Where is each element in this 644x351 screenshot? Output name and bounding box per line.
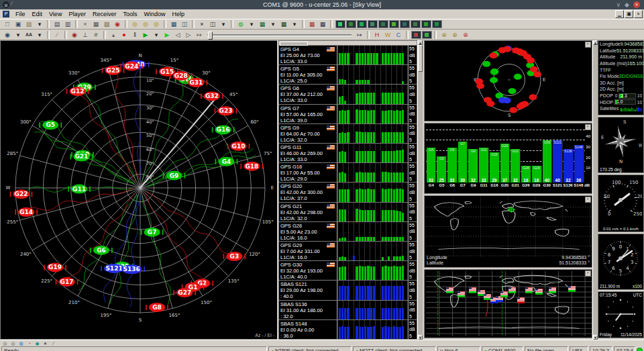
receiver-config-button[interactable]: # xyxy=(91,31,101,39)
cold-start-button[interactable]: C xyxy=(394,31,404,39)
antenna-button[interactable]: ⊥ xyxy=(80,31,91,39)
satellite-cnr: L1C/A: 25.0 xyxy=(280,78,337,84)
view-toggle-8[interactable] xyxy=(411,20,421,28)
fast-forward-button[interactable]: ▶ xyxy=(162,31,172,39)
chevron-down-icon[interactable]: ∨ xyxy=(616,2,621,8)
scroll-up-icon[interactable]: ▲ xyxy=(418,40,423,45)
paste-button[interactable]: ▧ xyxy=(102,20,112,28)
firmware-update-button[interactable]: ◉ xyxy=(70,31,80,39)
eject-button[interactable]: ▴ xyxy=(109,31,119,39)
menu-player[interactable]: Player xyxy=(65,11,89,17)
messages-view-dropdown[interactable]: ◉ xyxy=(3,31,13,39)
copy-button[interactable]: ▦ xyxy=(91,20,101,28)
grid-tool-button-2[interactable] xyxy=(422,31,432,39)
view-toggle-7[interactable] xyxy=(400,20,410,28)
find-prev-button[interactable]: ◎ xyxy=(152,20,162,28)
mdi-child-icon[interactable]: P xyxy=(3,11,9,17)
text-console-dropdown[interactable]: AA xyxy=(24,31,34,39)
hot-start-button[interactable]: H xyxy=(372,31,382,39)
map-view-button[interactable]: ▦ xyxy=(258,20,268,28)
menu-view[interactable]: View xyxy=(46,11,65,17)
text-dropdown-arrow[interactable]: ▾ xyxy=(35,31,45,39)
deviation-map-button[interactable]: ▦ xyxy=(307,20,317,28)
mdi-restore-button[interactable]: ▣ xyxy=(625,10,633,18)
sky-view-button[interactable]: ◍ xyxy=(236,20,246,28)
dock-world-button[interactable]: ◍ xyxy=(17,341,25,346)
find-button[interactable]: ◎ xyxy=(130,20,140,28)
pause-button[interactable]: ‖ xyxy=(130,31,140,39)
menu-file[interactable]: File xyxy=(12,11,29,17)
menu-tools[interactable]: Tools xyxy=(119,11,140,17)
dock-anchor-button[interactable]: ∗ xyxy=(42,341,49,346)
print-button[interactable]: ▤ xyxy=(52,20,62,28)
dock-clock-button[interactable]: ◔ xyxy=(25,341,33,346)
jump-end-button[interactable]: ↦ xyxy=(355,31,365,39)
mdi-minimize-button[interactable]: ▁ xyxy=(615,10,624,18)
record-button[interactable]: ● xyxy=(119,31,129,39)
panel-button-icon[interactable]: ▪ xyxy=(585,124,591,130)
satellite-list-vscrollbar[interactable]: ▲ ▼ xyxy=(417,40,423,340)
play-button[interactable]: ▶ xyxy=(141,31,151,39)
view-toggle-2[interactable] xyxy=(346,20,356,28)
package-button-3[interactable]: ⊕ xyxy=(461,31,471,39)
table-view-button[interactable]: ▦ xyxy=(169,20,179,28)
grid-tool-button-1[interactable] xyxy=(411,31,421,39)
map-view-dropdown[interactable]: ▾ xyxy=(268,20,278,28)
view-toggle-10[interactable] xyxy=(432,20,442,28)
split-view-button[interactable]: ◫ xyxy=(180,20,190,28)
skip-forward-button[interactable]: ↦ xyxy=(195,31,205,39)
open-button[interactable]: ▨ xyxy=(24,20,34,28)
satellite-row-G20: GPS G20El 42.00 Az 300.00L1C/A: 37.055dB… xyxy=(279,182,417,201)
panel-button-icon[interactable]: ▪ xyxy=(585,270,591,277)
menu-receiver[interactable]: Receiver xyxy=(89,11,120,17)
new-view-button[interactable]: ◫ xyxy=(208,20,218,28)
package-button-1[interactable]: ⊕ xyxy=(439,31,449,39)
dock-toggle-2[interactable]: ◎ xyxy=(9,341,17,346)
menu-edit[interactable]: Edit xyxy=(29,11,46,17)
chart-view-button[interactable]: ▦ xyxy=(279,20,289,28)
maximize-icon[interactable]: ◆ xyxy=(625,2,629,8)
sky-view-dropdown[interactable]: ▾ xyxy=(247,20,257,28)
view-toggle-3[interactable] xyxy=(357,20,367,28)
new-file-button[interactable]: □ xyxy=(3,20,13,28)
step-forward-button[interactable]: ▷ xyxy=(184,31,194,39)
messages-dropdown-arrow[interactable]: ▾ xyxy=(13,31,23,39)
cut-button[interactable]: × xyxy=(80,20,91,28)
scroll-up-icon[interactable]: ▲ xyxy=(593,40,598,45)
warm-start-button[interactable]: W xyxy=(383,31,393,39)
playback-slider-thumb[interactable] xyxy=(208,32,213,40)
column-vscrollbar[interactable]: ▲ ▼ xyxy=(592,40,598,340)
view-toggle-5[interactable] xyxy=(378,20,388,28)
playback-slider[interactable] xyxy=(207,32,352,38)
panel-button-icon[interactable]: ▪ xyxy=(585,197,591,203)
new-view-dropdown[interactable]: ▾ xyxy=(219,20,229,28)
package-button-2[interactable]: ⊕ xyxy=(450,31,460,39)
view-toggle-6[interactable] xyxy=(389,20,399,28)
dock-toggle-1[interactable]: ◎ xyxy=(1,341,9,346)
dock-dot-button[interactable]: ◉ xyxy=(34,341,41,346)
print-preview-button[interactable]: ▥ xyxy=(63,20,73,28)
find-next-button[interactable]: ◎ xyxy=(141,20,151,28)
menu-help[interactable]: Help xyxy=(168,11,188,17)
view-toggle-4[interactable] xyxy=(368,20,378,28)
ucenter-button[interactable]: ◉ xyxy=(113,20,123,28)
chart-bar-value: 37 xyxy=(500,178,510,183)
config-wizard-button[interactable]: ∕ xyxy=(52,31,62,39)
scroll-down-icon[interactable]: ▼ xyxy=(418,335,423,340)
close-icon[interactable]: × xyxy=(633,1,640,8)
chart-view-dropdown[interactable]: ▾ xyxy=(290,20,300,28)
menu-window[interactable]: Window xyxy=(140,11,168,17)
play-dropdown[interactable]: ▾ xyxy=(152,31,162,39)
open-dropdown[interactable]: ▾ xyxy=(35,20,45,28)
view-toggle-9[interactable] xyxy=(421,20,431,28)
close-view-button[interactable]: × xyxy=(197,20,207,28)
save-button[interactable]: ▣ xyxy=(13,20,23,28)
scroll-down-icon[interactable]: ▼ xyxy=(593,335,598,340)
panel-button-icon[interactable]: ▪ xyxy=(585,42,591,48)
step-back-button[interactable]: ◁ xyxy=(173,31,183,39)
satellite-list-hscrollbar[interactable] xyxy=(279,41,417,46)
view-toggle-1[interactable] xyxy=(335,20,345,28)
camera-view-button[interactable]: ▦ xyxy=(318,20,328,28)
dock-edit-button[interactable]: ∕ xyxy=(50,341,57,346)
mdi-close-button[interactable]: × xyxy=(634,10,643,18)
